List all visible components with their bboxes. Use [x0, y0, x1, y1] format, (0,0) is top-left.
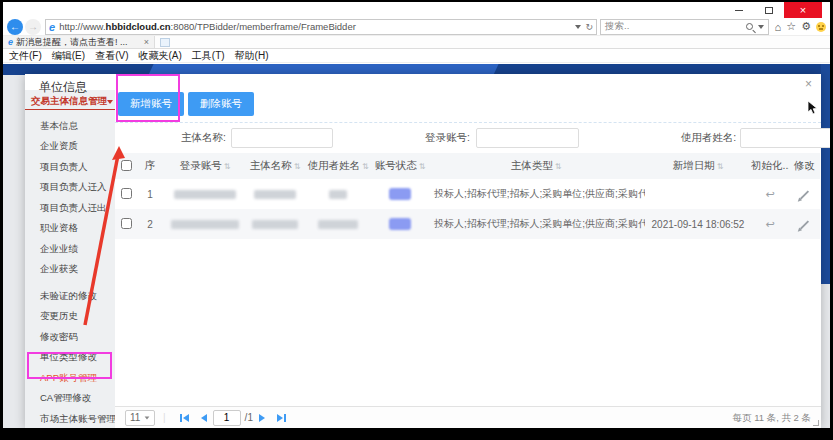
sidebar-item-enterprise-awards[interactable]: 企业获奖 — [25, 260, 115, 281]
edit-pencil-icon[interactable] — [800, 220, 809, 229]
menu-tools[interactable]: 工具(T) — [192, 49, 225, 63]
delete-account-button[interactable]: 删除账号 — [188, 92, 254, 116]
subject-type: 投标人;招标代理;招标人;采购单位;供应商;采购代理 — [427, 179, 645, 209]
dialog-close-icon[interactable]: × — [805, 77, 812, 91]
next-page-button[interactable] — [259, 414, 265, 422]
tab-title: 新消息提醒，请点击查看! ... — [16, 36, 128, 48]
sidebar-item-basic-info[interactable]: 基本信息 — [25, 116, 115, 137]
menu-bar: 文件(F) 编辑(E) 查看(V) 收藏夹(A) 工具(T) 帮助(H) — [3, 49, 830, 63]
refresh-icon[interactable]: ↻ — [585, 22, 593, 32]
row-checkbox[interactable] — [121, 188, 132, 199]
sort-icon: ⇅ — [224, 162, 231, 171]
forward-button[interactable]: → — [25, 19, 41, 35]
forward-arrow-icon: → — [28, 21, 38, 32]
col-subject-type[interactable]: 主体类型⇅ — [427, 153, 645, 179]
minimize-icon — [735, 10, 743, 11]
sidebar-item-change-history[interactable]: 变更历史 — [25, 307, 115, 328]
created-date — [645, 179, 751, 209]
status-badge — [389, 188, 411, 200]
resize-handle-icon — [813, 420, 819, 426]
chevron-down-icon — [107, 100, 113, 104]
toolbar: 新增账号 删除账号 — [115, 90, 821, 123]
status-badge — [389, 218, 411, 230]
browser-tab[interactable]: e 新消息提醒，请点击查看! ... × — [3, 36, 155, 48]
page-size-select[interactable]: 11 — [125, 410, 155, 426]
redacted-subject-name — [254, 190, 296, 199]
row-index: 1 — [137, 179, 163, 209]
total-pages-label: /1 — [245, 412, 253, 423]
sidebar-item-leader-transfer-out[interactable]: 项目负责人迁出 — [25, 198, 115, 219]
last-page-button[interactable] — [277, 414, 286, 422]
sidebar-group-header[interactable]: 交易主体信息管理 — [25, 94, 115, 110]
browser-window: × ← → e http://www.hbbidcloud.cn:8080/TP… — [3, 2, 830, 428]
search-dropdown-icon[interactable] — [758, 25, 764, 29]
window-close-button[interactable]: × — [784, 2, 822, 18]
sidebar-item-leader-transfer-in[interactable]: 项目负责人迁入 — [25, 178, 115, 199]
login-account-label: 登录账号: — [425, 131, 470, 145]
back-button[interactable]: ← — [7, 19, 23, 35]
menu-edit[interactable]: 编辑(E) — [52, 49, 85, 63]
window-minimize-button[interactable] — [724, 2, 754, 18]
col-created-date[interactable]: 新增日期⇅ — [645, 153, 751, 179]
tab-bar: e 新消息提醒，请点击查看! ... × — [3, 36, 830, 49]
new-tab-button[interactable] — [160, 38, 170, 47]
dialog-title: 单位信息 — [39, 79, 87, 96]
feedback-smiley-icon[interactable] — [816, 22, 826, 32]
ie-logo-icon: e — [49, 21, 55, 33]
prev-page-button[interactable] — [201, 414, 207, 422]
menu-favorites[interactable]: 收藏夹(A) — [138, 49, 181, 63]
col-initialize: 初始化... — [751, 153, 789, 179]
first-page-button[interactable] — [180, 414, 189, 422]
menu-help[interactable]: 帮助(H) — [235, 49, 269, 63]
redacted-subject-name — [252, 220, 298, 229]
sidebar-item-unverified-changes[interactable]: 未验证的修改 — [25, 286, 115, 307]
created-date: 2021-09-14 18:06:52 — [645, 209, 751, 239]
url-dropdown-icon[interactable] — [575, 25, 581, 29]
subject-name-input[interactable] — [231, 128, 333, 148]
search-icon[interactable] — [746, 23, 753, 30]
sidebar-item-project-leader[interactable]: 项目负责人 — [25, 157, 115, 178]
add-account-button[interactable]: 新增账号 — [118, 92, 184, 116]
row-checkbox[interactable] — [121, 218, 132, 229]
sidebar-item-market-subject-account[interactable]: 市场主体账号管理 — [25, 409, 115, 428]
initialize-undo-icon[interactable]: ↩ — [765, 188, 774, 200]
dialog-header: 单位信息 × — [25, 74, 821, 90]
favorites-star-icon[interactable]: ☆ — [786, 20, 796, 33]
sidebar-item-professional-qualification[interactable]: 职业资格 — [25, 219, 115, 240]
sidebar-item-enterprise-performance[interactable]: 企业业绩 — [25, 239, 115, 260]
sort-icon: ⇅ — [362, 162, 369, 171]
redacted-user-name — [329, 190, 347, 199]
col-login-account[interactable]: 登录账号⇅ — [163, 153, 247, 179]
edit-pencil-icon[interactable] — [800, 190, 809, 199]
sidebar-item-change-password[interactable]: 修改密码 — [25, 327, 115, 348]
login-account-input[interactable] — [476, 128, 579, 148]
menu-view[interactable]: 查看(V) — [95, 49, 128, 63]
user-name-input[interactable] — [740, 128, 830, 148]
url-field[interactable]: e http://www.hbbidcloud.cn:8080/TPBidder… — [45, 19, 597, 35]
window-maximize-button[interactable] — [754, 2, 784, 18]
menu-file[interactable]: 文件(F) — [9, 49, 42, 63]
tab-close-icon[interactable]: × — [144, 37, 149, 47]
col-index[interactable]: 序 — [137, 153, 163, 179]
select-all-checkbox[interactable] — [121, 160, 132, 171]
accounts-table: 序 登录账号⇅ 主体名称⇅ 使用者姓名⇅ 账号状态⇅ 主体类型⇅ 新增日期⇅ 初… — [115, 153, 820, 239]
filter-row: 主体名称: 登录账号: 使用者姓名: 搜索 — [115, 123, 821, 153]
sidebar-item-app-account-management[interactable]: APP账号管理 — [25, 368, 115, 389]
sidebar: 交易主体信息管理 基本信息 企业资质 项目负责人 项目负责人迁入 项目负责人迁出… — [25, 90, 115, 428]
page-number-input[interactable] — [213, 410, 241, 426]
sidebar-item-enterprise-qualification[interactable]: 企业资质 — [25, 137, 115, 158]
browser-search-input[interactable]: 搜索.. — [600, 19, 769, 35]
page-background: 单位信息 × 交易主体信息管理 基本信息 企业资质 项目负责人 项目负责人迁入 … — [3, 64, 830, 428]
ie-tab-icon: e — [8, 37, 13, 47]
sidebar-item-unit-type-change[interactable]: 单位类型修改 — [25, 348, 115, 369]
subject-type: 投标人;招标代理;招标人;采购单位;供应商;采购代理 — [427, 209, 645, 239]
home-icon[interactable]: ⌂ — [775, 21, 782, 33]
address-bar: ← → e http://www.hbbidcloud.cn:8080/TPBi… — [3, 18, 830, 36]
col-subject-name[interactable]: 主体名称⇅ — [247, 153, 303, 179]
empty-area — [115, 239, 821, 406]
settings-gear-icon[interactable]: ⚙ — [801, 20, 811, 33]
initialize-undo-icon[interactable]: ↩ — [765, 218, 774, 230]
col-account-status[interactable]: 账号状态⇅ — [373, 153, 427, 179]
col-user-name[interactable]: 使用者姓名⇅ — [303, 153, 373, 179]
sidebar-item-ca-management[interactable]: CA管理修改 — [25, 389, 115, 410]
